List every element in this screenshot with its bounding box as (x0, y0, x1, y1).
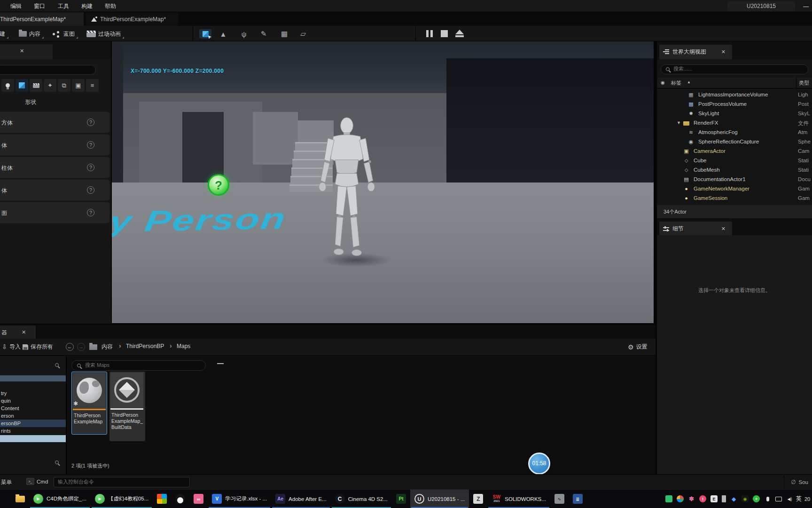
taskbar-clock[interactable]: 20 (804, 496, 812, 502)
source-folder-item[interactable]: quin (0, 397, 67, 405)
source-folder-item[interactable]: Content (0, 405, 67, 412)
back-button[interactable]: ← (66, 343, 74, 351)
outliner-search-input[interactable] (673, 66, 800, 71)
shape-item[interactable]: 方体? (0, 111, 110, 133)
taskbar-app-pt[interactable]: Pt (392, 490, 410, 508)
tray-phone-icon[interactable] (665, 495, 672, 502)
console-mode-button[interactable]: >_ Cmd (26, 478, 48, 485)
tab-map-active[interactable]: ThirdPersonExampleMap* (0, 12, 84, 26)
close-icon[interactable]: ✕ (20, 48, 24, 54)
tray-epic-icon[interactable]: E (710, 495, 718, 502)
cinematics-button[interactable]: 过场动画 (86, 29, 121, 39)
source-folder-item[interactable]: rints (0, 427, 67, 435)
outliner-row[interactable]: ●GameSessionGam (657, 194, 812, 203)
recording-timer-badge[interactable]: 01:58 (528, 452, 550, 475)
save-all-button[interactable]: 保存所有 (23, 343, 53, 351)
taskbar-app-qq[interactable] (171, 490, 189, 508)
outliner-row[interactable]: ▤DocumentationActor1Docu (657, 175, 812, 184)
menu-tools[interactable]: 工具 (58, 2, 69, 10)
asset-search-input[interactable] (85, 362, 202, 368)
category-all-classes[interactable]: ≡ (86, 79, 99, 92)
shape-item[interactable]: 柱体? (0, 157, 110, 178)
outliner-row[interactable]: ◉SphereReflectionCaptureSphe (657, 137, 812, 147)
taskbar-app-player[interactable]: ▶【虚幻4教程05... (91, 490, 153, 508)
menu-edit[interactable]: 编辑 (10, 2, 22, 10)
close-icon[interactable]: ✕ (721, 226, 726, 232)
ime-indicator[interactable]: 英 (796, 495, 802, 503)
source-control-status[interactable]: Sou (791, 479, 808, 485)
search-icon[interactable] (55, 363, 59, 367)
import-button[interactable]: 导入 (2, 343, 21, 351)
outliner-row[interactable]: ≋AtmosphericFogAtm (657, 128, 812, 137)
select-mode-button[interactable] (199, 29, 211, 39)
category-cinematic[interactable] (30, 79, 42, 92)
help-icon[interactable]: ? (87, 141, 94, 149)
eject-button[interactable] (455, 30, 464, 38)
taskbar-app-player[interactable]: ▶C4D角色绑定_... (29, 490, 91, 508)
blueprint-button[interactable]: 蓝图 (53, 29, 75, 39)
taskbar-app-ae[interactable]: AeAdobe After E... (271, 490, 331, 508)
help-icon[interactable]: ? (87, 186, 94, 194)
taskbar-app-zbrush[interactable]: Z (469, 490, 487, 508)
taskbar-app-explorer[interactable] (11, 490, 29, 508)
create-button[interactable]: 创建 (0, 29, 5, 39)
outliner-row[interactable]: ✹SkyLightSkyL (657, 109, 812, 119)
category-volumes[interactable]: ▣ (72, 79, 85, 92)
taskbar-app-wps[interactable]: V学习记录.xlsx - ... (208, 490, 271, 508)
tray-suite-icon[interactable] (677, 495, 684, 502)
taskbar-app-unreal[interactable]: UU20210815 - ... (410, 490, 469, 508)
source-folder-item[interactable]: erson (0, 412, 67, 420)
question-pickup[interactable]: ? (208, 174, 229, 196)
fracture-mode-button[interactable]: ▦ (278, 29, 290, 39)
outliner-row[interactable]: ⬦CubeMeshStati (657, 166, 812, 175)
mesh-paint-mode-button[interactable]: ✎ (258, 29, 270, 39)
level-viewport[interactable]: y Person (112, 41, 654, 323)
category-visual-effects[interactable]: ✦ (44, 79, 56, 92)
tray-gem-icon[interactable]: ◆ (730, 495, 737, 502)
menu-build[interactable]: 构建 (81, 2, 93, 10)
outliner-row[interactable]: ▦LightmassImportanceVolumeLigh (657, 90, 812, 100)
foliage-mode-button[interactable]: ψ (238, 29, 250, 39)
content-browser-tab[interactable]: 器 ✕ (0, 325, 36, 339)
menu-window[interactable]: 窗口 (34, 2, 45, 10)
taskbar-app-windows[interactable] (153, 490, 171, 508)
category-shapes[interactable] (16, 79, 28, 92)
tray-plus-icon[interactable]: + (753, 495, 760, 502)
outliner-row[interactable]: ▩PostProcessVolumePost (657, 100, 812, 109)
close-icon[interactable]: ✕ (22, 329, 26, 335)
world-outliner-tab[interactable]: 世界大纲视图 ✕ (659, 45, 732, 59)
tab-map-inactive[interactable]: ThirdPersonExampleMap* (86, 12, 178, 26)
breadcrumb-thirdpersonbp[interactable]: ThirdPersonBP (126, 343, 164, 349)
column-divider[interactable] (796, 78, 796, 88)
place-panel-tab[interactable] (0, 44, 53, 59)
outliner-row[interactable]: ●GameNetworkManagerGam (657, 184, 812, 194)
breadcrumb-maps[interactable]: Maps (177, 343, 190, 349)
category-lights[interactable] (1, 79, 14, 92)
details-tab[interactable]: 细节 ✕ (659, 222, 732, 236)
shape-item[interactable]: 体? (0, 179, 110, 201)
tray-speaker-icon[interactable] (786, 495, 793, 502)
outliner-row[interactable]: ▼RenderFX文件 (657, 119, 812, 128)
settings-button[interactable]: 设置 (628, 343, 648, 351)
brush-edit-mode-button[interactable]: ▱ (297, 29, 309, 39)
content-drawer-menu-label[interactable]: 菜单 (1, 479, 12, 486)
eye-icon[interactable]: ◉ (661, 80, 665, 85)
search-icon[interactable] (55, 460, 59, 464)
shape-item[interactable]: 体? (0, 134, 110, 156)
tray-display-icon[interactable] (775, 497, 782, 501)
breadcrumb-content[interactable]: 内容 (102, 343, 113, 351)
category-geometry[interactable]: ⧉ (58, 79, 70, 92)
place-search-input[interactable] (2, 66, 92, 72)
taskbar-app-perf[interactable]: ∿ (550, 490, 569, 508)
minimize-button[interactable]: — (802, 0, 810, 11)
taskbar-app-c4d[interactable]: CCinema 4D S2... (331, 490, 392, 508)
tray-usb-icon[interactable] (722, 495, 726, 502)
asset-tile-builtdata[interactable]: ThirdPerson ExampleMap_ BuiltData (109, 372, 145, 441)
outliner-row[interactable]: ⬦CubeStati (657, 156, 812, 166)
menu-help[interactable]: 帮助 (105, 2, 116, 10)
source-folder-item[interactable]: ersonBP (0, 420, 67, 427)
taskbar-app-sw[interactable]: SW2021SOLIDWORKS... (487, 490, 550, 508)
help-icon[interactable]: ? (87, 119, 94, 126)
source-folder-item[interactable]: try (0, 389, 67, 397)
help-icon[interactable]: ? (87, 209, 94, 216)
